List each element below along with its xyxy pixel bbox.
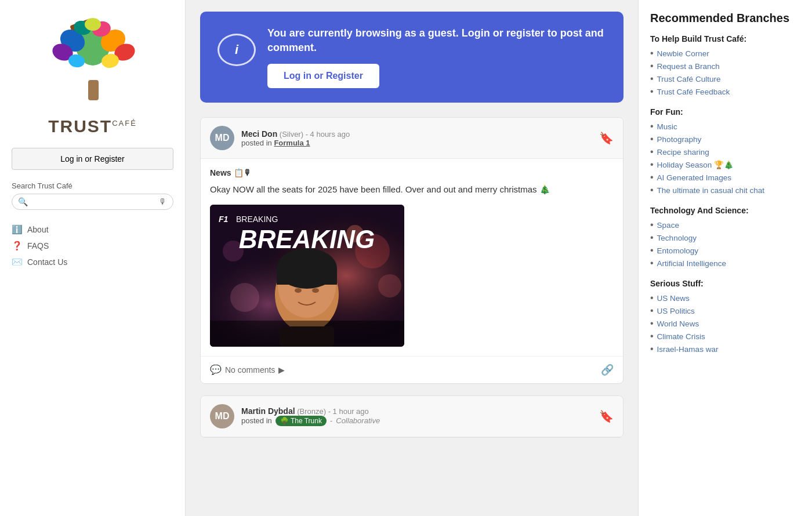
search-box: 🔍 🎙 xyxy=(12,194,173,210)
branch-link-us-news[interactable]: US News xyxy=(657,294,690,303)
post-header-left-2: MD Martin Dybdal (Bronze) - 1 hour ago p… xyxy=(210,404,380,428)
list-item: •Entomology xyxy=(650,245,800,256)
branch-link-israel-hamas[interactable]: Israel-Hamas war xyxy=(657,345,719,354)
branch-link-feedback[interactable]: Trust Café Feedback xyxy=(657,88,730,96)
branch-list-tech: •Space •Technology •Entomology •Artifici… xyxy=(650,220,800,268)
branch-list-fun: •Music •Photography •Recipe sharing •Hol… xyxy=(650,121,800,195)
branch-link-us-politics[interactable]: US Politics xyxy=(657,307,695,315)
branch-link-ai-images[interactable]: AI Generated Images xyxy=(657,173,731,182)
post-author-badge-2: (Bronze) - xyxy=(297,407,332,416)
tree-logo: beta xyxy=(12,12,173,112)
svg-point-17 xyxy=(378,274,401,297)
bookmark-icon-1[interactable]: 🔖 xyxy=(599,131,614,145)
post-card-2: MD Martin Dybdal (Bronze) - 1 hour ago p… xyxy=(200,395,624,438)
contact-us-link[interactable]: ✉️ Contact Us xyxy=(12,257,173,267)
sidebar-left: beta xyxy=(0,0,186,516)
branch-section-title-help: To Help Build Trust Café: xyxy=(650,34,800,43)
post-author-line-1: Meci Don (Silver) - 4 hours ago xyxy=(241,129,350,139)
avatar-2: MD xyxy=(210,404,234,428)
list-item: •Artificial Intelligence xyxy=(650,258,800,268)
list-item: •Holiday Season 🏆🎄 xyxy=(650,159,800,170)
about-icon: ℹ️ xyxy=(12,224,23,235)
guest-login-button[interactable]: Log in or Register xyxy=(267,64,379,88)
svg-point-18 xyxy=(230,283,259,312)
branch-link-photography[interactable]: Photography xyxy=(657,135,702,144)
branch-link-ai[interactable]: Artificial Intelligence xyxy=(657,259,726,268)
list-item: •US News xyxy=(650,293,800,303)
post-author-badge-1: (Silver) - xyxy=(280,130,310,139)
branch-list-help: •Newbie Corner •Request a Branch •Trust … xyxy=(650,48,800,97)
post-branch-link-1[interactable]: Formula 1 xyxy=(274,139,310,147)
microphone-icon[interactable]: 🎙 xyxy=(159,197,167,206)
comments-link-1[interactable]: 💬 No comments ▶ xyxy=(210,364,285,375)
post-header-1: MD Meci Don (Silver) - 4 hours ago poste… xyxy=(201,118,623,159)
list-item: •Climate Crisis xyxy=(650,331,800,341)
list-item: •Recipe sharing xyxy=(650,147,800,157)
branch-link-music[interactable]: Music xyxy=(657,122,677,131)
branch-section-help: To Help Build Trust Café: •Newbie Corner… xyxy=(650,34,800,97)
branch-link-recipe[interactable]: Recipe sharing xyxy=(657,148,709,157)
branch-section-title-fun: For Fun: xyxy=(650,107,800,117)
branch-link-climate[interactable]: Climate Crisis xyxy=(657,332,705,341)
branch-link-chit-chat[interactable]: The ultimate in casual chit chat xyxy=(657,186,764,195)
branch-link-entomology[interactable]: Entomology xyxy=(657,246,698,255)
list-item: •Request a Branch xyxy=(650,61,800,71)
list-item: •World News xyxy=(650,318,800,329)
branch-link-technology[interactable]: Technology xyxy=(657,234,697,242)
branch-section-tech: Technology And Science: •Space •Technolo… xyxy=(650,206,800,268)
bookmark-icon-2[interactable]: 🔖 xyxy=(599,409,614,423)
svg-rect-31 xyxy=(210,321,404,347)
post-branch-2: posted in 🌳 The Trunk - Collaborative xyxy=(241,416,380,426)
branch-link-world-news[interactable]: World News xyxy=(657,319,699,328)
post-card-1: MD Meci Don (Silver) - 4 hours ago poste… xyxy=(200,117,624,384)
svg-text:F1: F1 xyxy=(219,215,229,224)
search-icon: 🔍 xyxy=(18,197,28,206)
sidebar-right: Recommended Branches To Help Build Trust… xyxy=(638,0,812,516)
search-input[interactable] xyxy=(31,197,159,206)
post-time-2: 1 hour ago xyxy=(333,407,369,416)
tag-emojis-1: 📋🎙 xyxy=(234,168,252,177)
list-item: •AI Generated Images xyxy=(650,172,800,183)
search-label: Search Trust Café xyxy=(12,181,173,190)
post-header-2: MD Martin Dybdal (Bronze) - 1 hour ago p… xyxy=(201,396,623,437)
list-item: •The ultimate in casual chit chat xyxy=(650,185,800,195)
post-time-1: 4 hours ago xyxy=(310,130,350,139)
post-footer-1: 💬 No comments ▶ 🔗 xyxy=(201,356,623,383)
branch-link-holiday[interactable]: Holiday Season 🏆🎄 xyxy=(657,160,734,169)
main-content: i You are currently browsing as a guest.… xyxy=(186,0,638,516)
branch-section-serious: Serious Stuff: •US News •US Politics •Wo… xyxy=(650,279,800,354)
trunk-badge: 🌳 The Trunk xyxy=(276,416,327,426)
branch-link-space[interactable]: Space xyxy=(657,221,679,230)
branch-link-newbie[interactable]: Newbie Corner xyxy=(657,49,709,58)
branch-section-title-tech: Technology And Science: xyxy=(650,206,800,215)
post-body-1: News 📋🎙 Okay NOW all the seats for 2025 … xyxy=(201,159,623,356)
guest-banner: i You are currently browsing as a guest.… xyxy=(200,12,624,103)
list-item: •Trust Café Culture xyxy=(650,74,800,84)
share-icon-1[interactable]: 🔗 xyxy=(601,364,614,376)
contact-icon: ✉️ xyxy=(12,257,23,267)
about-link[interactable]: ℹ️ About xyxy=(12,224,173,235)
list-item: •Israel-Hamas war xyxy=(650,344,800,354)
branch-link-culture[interactable]: Trust Café Culture xyxy=(657,75,721,83)
recommended-branches-title: Recommended Branches xyxy=(650,12,800,25)
guest-banner-message: You are currently browsing as a guest. L… xyxy=(267,26,606,55)
list-item: •Music xyxy=(650,121,800,132)
comment-icon-1: 💬 xyxy=(210,364,222,375)
svg-rect-2 xyxy=(88,80,99,100)
list-item: •Photography xyxy=(650,134,800,144)
post-meta-2: Martin Dybdal (Bronze) - 1 hour ago post… xyxy=(241,406,380,426)
list-item: •Newbie Corner xyxy=(650,48,800,59)
list-item: •US Politics xyxy=(650,306,800,316)
comments-arrow-1: ▶ xyxy=(278,365,285,375)
branch-link-request[interactable]: Request a Branch xyxy=(657,62,720,71)
post-tag-1: News 📋🎙 xyxy=(210,168,252,177)
login-register-button[interactable]: Log in or Register xyxy=(12,148,173,170)
brand-name: TRUSTCAFÉ xyxy=(12,117,173,136)
svg-rect-27 xyxy=(277,267,337,285)
branch-section-title-serious: Serious Stuff: xyxy=(650,279,800,288)
post-image-1: F1 BREAKING BREAKING xyxy=(210,205,404,347)
guest-banner-text: You are currently browsing as a guest. L… xyxy=(267,26,606,88)
nav-links: ℹ️ About ❓ FAQS ✉️ Contact Us xyxy=(12,224,173,267)
faqs-link[interactable]: ❓ FAQS xyxy=(12,241,173,251)
branch-section-fun: For Fun: •Music •Photography •Recipe sha… xyxy=(650,107,800,195)
